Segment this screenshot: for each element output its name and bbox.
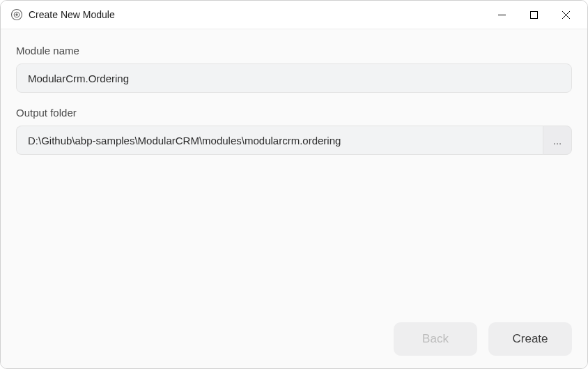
maximize-button[interactable] <box>518 3 550 26</box>
output-folder-input[interactable] <box>16 126 543 155</box>
output-folder-label: Output folder <box>16 107 572 119</box>
module-name-label: Module name <box>16 45 572 57</box>
minimize-icon <box>498 11 506 19</box>
app-icon <box>10 8 23 21</box>
module-name-input[interactable] <box>16 63 572 93</box>
minimize-button[interactable] <box>486 3 518 26</box>
dialog-buttons: Back Create <box>16 322 572 356</box>
output-folder-group: Output folder ... <box>16 107 572 155</box>
create-button[interactable]: Create <box>488 322 572 356</box>
svg-rect-4 <box>530 11 537 18</box>
output-folder-row: ... <box>16 126 572 155</box>
titlebar: Create New Module <box>1 1 587 29</box>
module-name-group: Module name <box>16 45 572 93</box>
svg-point-2 <box>16 14 17 15</box>
window-controls <box>486 3 582 26</box>
close-button[interactable] <box>550 3 582 26</box>
maximize-icon <box>530 11 538 19</box>
window-title: Create New Module <box>29 9 486 20</box>
browse-button[interactable]: ... <box>543 126 572 155</box>
dialog-window: Create New Module Module name <box>0 0 588 369</box>
close-icon <box>562 11 570 19</box>
dialog-content: Module name Output folder ... Back Creat… <box>1 29 587 368</box>
spacer <box>16 169 572 322</box>
back-button[interactable]: Back <box>394 322 477 356</box>
